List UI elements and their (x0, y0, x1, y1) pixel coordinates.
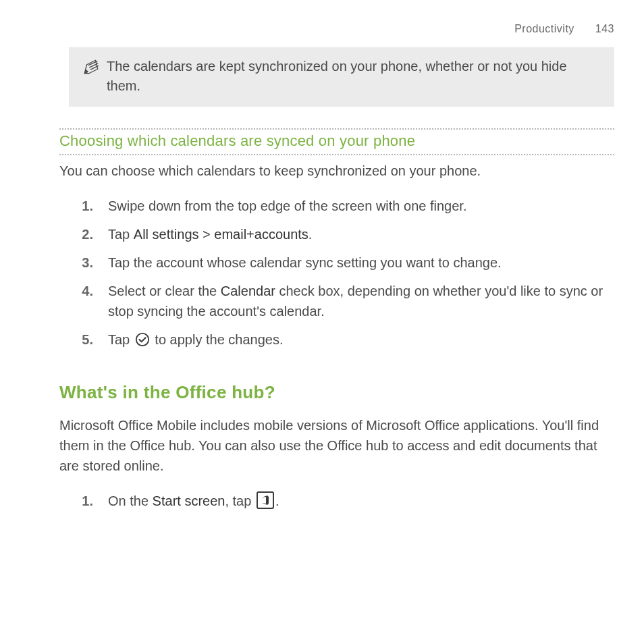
step-text: On the Start screen, tap . (108, 491, 614, 511)
page-content: Productivity 143 The calendars are kept … (0, 0, 644, 552)
section2-heading: What's in the Office hub? (59, 382, 614, 403)
checkmark-circle-icon (135, 332, 150, 352)
list-item: 1. Swipe down from the top edge of the s… (59, 196, 614, 216)
section1-steps: 1. Swipe down from the top edge of the s… (59, 196, 614, 352)
section2-steps: 1. On the Start screen, tap . (59, 491, 614, 511)
list-item: 4. Select or clear the Calendar check bo… (59, 281, 614, 321)
step-number: 4. (59, 281, 108, 321)
list-item: 1. On the Start screen, tap . (59, 491, 614, 511)
step-text: Tap the account whose calendar sync sett… (108, 252, 614, 273)
step-text: Tap to apply the changes. (108, 329, 614, 352)
email-accounts-label: email+accounts (214, 227, 308, 242)
step-text: Swipe down from the top edge of the scre… (108, 196, 614, 216)
list-item: 2. Tap All settings > email+accounts. (59, 224, 614, 244)
subsection-heading: Choosing which calendars are synced on y… (59, 130, 614, 154)
page-header: Productivity 143 (59, 23, 614, 35)
step-text: Tap All settings > email+accounts. (108, 224, 614, 244)
header-page-number: 143 (595, 23, 614, 34)
header-section-label: Productivity (514, 23, 574, 34)
office-tile-icon (257, 491, 274, 509)
dotted-divider-bottom (59, 154, 614, 155)
section1-intro: You can choose which calendars to keep s… (59, 161, 614, 181)
step-number: 5. (59, 329, 108, 352)
all-settings-label: All settings (134, 227, 199, 242)
list-item: 3. Tap the account whose calendar sync s… (59, 252, 614, 273)
start-screen-label: Start screen (153, 493, 225, 508)
pencil-icon (82, 57, 107, 78)
step-number: 1. (59, 196, 108, 216)
list-item: 5. Tap to apply the changes. (59, 329, 614, 352)
step-text: Select or clear the Calendar check box, … (108, 281, 614, 321)
sync-note-text: The calendars are kept synchronized on y… (107, 57, 601, 96)
sync-note-box: The calendars are kept synchronized on y… (69, 47, 614, 107)
svg-point-3 (136, 333, 149, 346)
section2-intro: Microsoft Office Mobile includes mobile … (59, 415, 614, 476)
step-number: 3. (59, 252, 108, 273)
step-number: 1. (59, 491, 108, 511)
subsection-choosing-calendars: Choosing which calendars are synced on y… (59, 128, 614, 155)
step-number: 2. (59, 224, 108, 244)
calendar-label: Calendar (221, 284, 275, 298)
